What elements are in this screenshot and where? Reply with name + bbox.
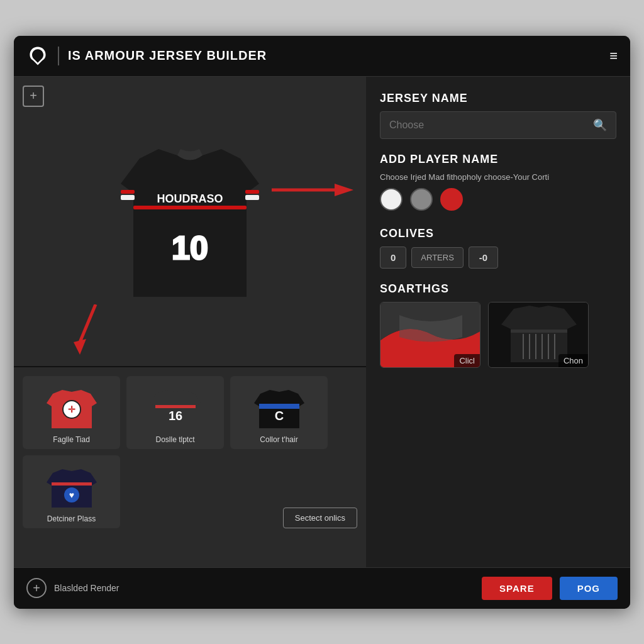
colives-title: COLIVES [380,227,616,240]
header-title: IS ARMOUR JERSEY BUILDER [68,48,267,63]
soarthgs-card-label-2: Chon [558,354,588,367]
jersey-card-image-2: 16 [144,381,207,431]
svg-rect-15 [155,405,196,408]
soarthgs-card-2[interactable]: Chon [488,302,589,368]
player-name-title: ADD PLAYER NAME [380,153,616,166]
arrow-right-indicator [272,180,353,199]
jerseys-row-2: ♥ Detciner Plass Sectect onlics [23,455,357,528]
left-panel: + HOUDRASO 10 [14,77,366,567]
right-panel: JERSEY NAME 🔍 ADD PLAYER NAME Choose Irj… [366,77,630,567]
svg-text:C: C [274,409,283,423]
svg-rect-19 [52,482,92,486]
colives-value-right: -0 [469,247,498,269]
colives-section: COLIVES 0 ARTERS -0 [380,227,616,269]
svg-rect-3 [245,190,259,194]
pog-button[interactable]: POG [560,577,618,600]
svg-rect-2 [121,190,135,194]
jersey-card-label-3: Collor t'hair [260,435,297,444]
svg-text:✛: ✛ [68,404,75,414]
jersey-name-search-box[interactable]: 🔍 [380,111,616,139]
jersey-card-4[interactable]: ♥ Detciner Plass [23,455,120,528]
jersey-image: HOUDRASO 10 10 10 [102,121,278,322]
select-button[interactable]: Sectect onlics [283,508,357,528]
add-button[interactable]: + [23,86,44,107]
color-swatches [380,188,616,211]
add-player-name-section: ADD PLAYER NAME Choose Irjed Mad fithoph… [380,153,616,213]
color-swatch-gray[interactable] [410,188,433,211]
header-divider [58,47,59,65]
svg-rect-1 [245,195,259,200]
jersey-card-label-4: Detciner Plass [47,514,96,523]
jersey-card-label-1: Faglle Tiad [53,435,90,444]
jersey-card-1[interactable]: ✛ Faglle Tiad [23,376,120,449]
hamburger-menu-icon[interactable]: ≡ [609,48,618,64]
svg-text:HOUDRASO: HOUDRASO [157,192,223,205]
colives-label-middle: ARTERS [411,247,464,268]
svg-line-11 [80,304,96,342]
svg-rect-24 [511,330,567,333]
soarthgs-section: SOARTHGS Clicl [380,282,616,368]
jersey-preview-area: + HOUDRASO 10 [14,77,366,366]
footer-label: Blaslded Render [54,583,119,593]
main-content: + HOUDRASO 10 [14,77,630,567]
svg-marker-12 [74,339,86,355]
svg-text:16: 16 [168,409,182,423]
svg-text:♥: ♥ [69,490,74,500]
svg-rect-0 [121,195,135,200]
jersey-card-image-3: C [248,381,311,431]
jersey-card-3[interactable]: C Collor t'hair [230,376,328,449]
jersey-name-section: JERSEY NAME 🔍 [380,92,616,139]
footer-add-button[interactable]: + [26,578,47,598]
header-left: IS ARMOUR JERSEY BUILDER [26,45,267,67]
soarthgs-card-1[interactable]: Clicl [380,302,480,368]
colives-row: 0 ARTERS -0 [380,247,616,269]
spare-button[interactable]: SPARE [482,577,552,600]
jersey-name-input[interactable] [389,119,593,131]
svg-rect-6 [133,206,247,209]
jersey-card-label-2: Doslle tlptct [155,435,194,444]
footer-left: + Blaslded Render [26,578,119,598]
soarthgs-card-label-1: Clicl [454,354,480,367]
header: IS ARMOUR JERSEY BUILDER ≡ [14,36,630,77]
svg-text:10: 10 [172,230,208,266]
player-name-subtitle: Choose Irjed Mad fithopholy choose-Your … [380,172,616,182]
jersey-name-title: JERSEY NAME [380,92,616,105]
footer-right: SPARE POG [482,577,618,600]
jerseys-grid: ✛ Faglle Tiad 16 Doslle tlptct [14,366,366,567]
svg-rect-17 [259,404,299,409]
jersey-card-image-4: ♥ [40,460,103,511]
brand-logo [26,45,49,67]
arrow-down-indicator [70,304,121,355]
jersey-card-2[interactable]: 16 Doslle tlptct [126,376,224,449]
jersey-card-image-1: ✛ [40,381,103,431]
svg-marker-10 [335,184,353,196]
soarthgs-row: Clicl [380,302,616,368]
colives-value-left: 0 [380,247,406,269]
app-container: IS ARMOUR JERSEY BUILDER ≡ + [14,36,630,609]
color-swatch-red[interactable] [440,188,463,211]
color-swatch-white[interactable] [380,188,402,211]
soarthgs-title: SOARTHGS [380,282,616,296]
footer: + Blaslded Render SPARE POG [14,567,630,609]
jerseys-row-1: ✛ Faglle Tiad 16 Doslle tlptct [23,376,357,449]
search-icon[interactable]: 🔍 [593,118,607,132]
